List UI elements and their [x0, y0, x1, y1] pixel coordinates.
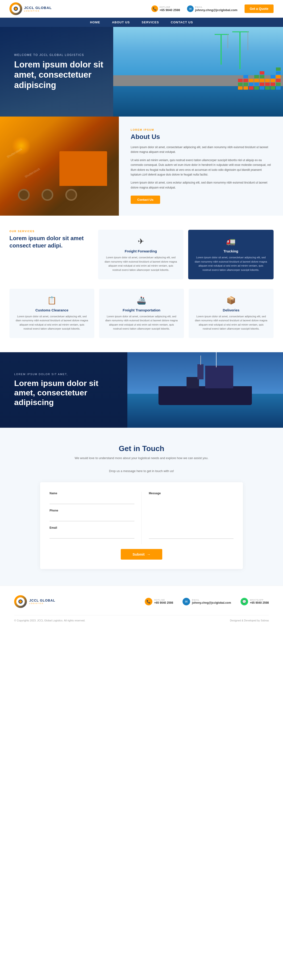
footer-email-info: EMAIL johnny.chng@jcclglobal.com: [192, 599, 231, 605]
footer-email: ✉ EMAIL johnny.chng@jcclglobal.com: [183, 598, 231, 605]
get-quote-button[interactable]: Get a Quote: [245, 5, 273, 13]
copyright-text: © Copyrights 2023. JCCL Global Logistics…: [14, 619, 85, 622]
form-left-col: Name Phone Email: [49, 492, 142, 544]
main-nav: HOME ABOUT US SERVICES CONTACT US: [0, 18, 283, 27]
about-contact-btn[interactable]: Contact Us: [130, 196, 160, 204]
about-para-2: Ut wisi enim ad minim veniam, quis nostr…: [130, 158, 271, 177]
contact-info: 📞 HOTLINE +65 9040 2598 ✉ EMAIL johnny.c…: [151, 5, 273, 13]
footer-logo-text: JCCL GLOBAL LOGISTICS: [29, 598, 55, 605]
cta-title: Lorem ipsum dolor sit amet, consectetuer…: [14, 379, 104, 407]
contact-section: Get in Touch We would love to understand…: [0, 428, 283, 585]
submit-label: Submit: [132, 552, 145, 556]
phone-number: +65 9040 2598: [159, 8, 180, 12]
submit-button[interactable]: Submit →: [121, 549, 162, 560]
services-title: Lorem ipsum dolor sit amet consect etuer…: [10, 234, 89, 249]
container-col-5: [260, 71, 264, 90]
footer-whatsapp-label: WHATSAPP: [250, 599, 269, 601]
hero-label: WELCOME TO JCCL GLOBAL LOGISTICS: [14, 53, 116, 57]
logo: JCCL GLOBAL LOGISTICS: [10, 2, 52, 15]
email-input[interactable]: [49, 531, 134, 539]
service-card-deliveries: 📦 Deliveries Lorem ipsum dolor sit amet,…: [189, 289, 273, 338]
footer-whatsapp-number: +65 9040 2598: [250, 601, 269, 605]
ship-visual: [127, 352, 283, 428]
phone-label: Phone: [49, 509, 134, 512]
email-field-group: Email: [49, 526, 134, 539]
deliveries-title: Deliveries: [194, 308, 268, 312]
form-submit-row: Submit →: [49, 549, 234, 560]
phone-input[interactable]: [49, 514, 134, 521]
cta-label: LOREM IPSUM DOLOR SIT AMET,: [14, 373, 104, 375]
hero-title: Lorem ipsum dolor sit amet, consectetuer…: [14, 59, 116, 90]
submit-arrow-icon: →: [147, 552, 151, 556]
message-input[interactable]: [149, 496, 234, 539]
footer-phone-label: HOTLINE: [154, 599, 173, 601]
about-image: Shutterstock Shutterstock: [0, 116, 119, 216]
services-label: OUR SERVICES: [10, 230, 89, 232]
port-water: [113, 85, 283, 116]
phone-field-group: Phone: [49, 509, 134, 521]
truck-visual: Shutterstock Shutterstock: [0, 116, 119, 216]
footer-logo-icon: [14, 595, 27, 608]
cta-content: LOREM IPSUM DOLOR SIT AMET, Lorem ipsum …: [0, 373, 118, 407]
contact-form: Name Phone Email Message Submit →: [40, 482, 243, 569]
freight-forwarding-icon: ✈: [104, 237, 178, 246]
container-col-3: [249, 79, 253, 90]
about-title: About Us: [130, 133, 271, 141]
ship-structure-2: [197, 364, 204, 379]
trucking-title: Trucking: [194, 249, 268, 253]
trucking-icon: 🚛: [194, 237, 268, 246]
email-label: Email: [49, 526, 134, 530]
container-col-8: [276, 67, 281, 90]
footer-bottom: © Copyrights 2023. JCCL Global Logistics…: [14, 615, 269, 622]
logo-icon: [10, 2, 22, 15]
hero-section: WELCOME TO JCCL GLOBAL LOGISTICS Lorem i…: [0, 27, 283, 116]
nav-home[interactable]: HOME: [90, 21, 100, 24]
footer-email-label: EMAIL: [192, 599, 231, 601]
name-input[interactable]: [49, 496, 134, 504]
email-info: EMAIL johnny.chng@jcclglobal.com: [195, 6, 237, 12]
services-bottom-cards: 📋 Customs Clearance Lorem ipsum dolor si…: [10, 289, 273, 338]
crane-2: [221, 34, 222, 65]
services-top-cards: ✈ Freight Forwarding Lorem ipsum dolor s…: [98, 230, 273, 279]
container-col-6: [265, 79, 270, 90]
ship-antenna: [200, 356, 201, 365]
container-col-1: [238, 79, 243, 90]
email-address: johnny.chng@jcclglobal.com: [195, 8, 237, 12]
transport-icon: 🚢: [105, 296, 178, 305]
credit-text: Designed & Developed by Sobras: [230, 619, 269, 622]
customs-icon: 📋: [15, 296, 89, 305]
footer-email-address: johnny.chng@jcclglobal.com: [192, 601, 231, 605]
email-label: EMAIL: [195, 6, 237, 8]
deliveries-text: Lorem ipsum dolor sit amet, consectetuer…: [194, 315, 268, 331]
phone-contact: 📞 HOTLINE +65 9040 2598: [151, 5, 180, 12]
about-label: LOREM IPSUM: [130, 128, 271, 131]
transport-title: Freight Transportation: [105, 308, 178, 312]
container-stacks: [238, 67, 281, 90]
container-col-2: [243, 75, 248, 90]
footer: JCCL GLOBAL LOGISTICS 📞 HOTLINE +65 9040…: [0, 585, 283, 627]
ship-structure-1: [186, 377, 199, 388]
nav-contact[interactable]: CONTACT US: [171, 21, 193, 24]
crane-1: [239, 31, 240, 69]
email-contact: ✉ EMAIL johnny.chng@jcclglobal.com: [187, 5, 237, 12]
about-para-3: Lorem ipsum dolor sit amet, cons ectetur…: [130, 180, 271, 190]
name-label: Name: [49, 492, 134, 495]
service-card-transport: 🚢 Freight Transportation Lorem ipsum dol…: [99, 289, 184, 338]
services-section: OUR SERVICES Lorem ipsum dolor sit amet …: [0, 216, 283, 352]
phone-label: HOTLINE: [159, 6, 180, 8]
services-title-col: OUR SERVICES Lorem ipsum dolor sit amet …: [10, 230, 89, 279]
service-card-customs: 📋 Customs Clearance Lorem ipsum dolor si…: [10, 289, 94, 338]
cta-section: LOREM IPSUM DOLOR SIT AMET, Lorem ipsum …: [0, 352, 283, 428]
deliveries-icon: 📦: [194, 296, 268, 305]
footer-whatsapp-info: WHATSAPP +65 9040 2598: [250, 599, 269, 605]
contact-title: Get in Touch: [10, 444, 273, 453]
nav-services[interactable]: SERVICES: [142, 21, 159, 24]
email-icon: ✉: [187, 5, 194, 12]
contact-subtitle-2: Drop us a message here to get in touch w…: [10, 469, 273, 473]
nav-about[interactable]: ABOUT US: [112, 21, 130, 24]
message-field-group: Message: [149, 492, 234, 539]
footer-phone-icon: 📞: [145, 598, 153, 605]
service-card-freight-forwarding: ✈ Freight Forwarding Lorem ipsum dolor s…: [98, 230, 183, 279]
footer-whatsapp: 💬 WHATSAPP +65 9040 2598: [240, 598, 269, 605]
about-section: Shutterstock Shutterstock LOREM IPSUM Ab…: [0, 116, 283, 216]
